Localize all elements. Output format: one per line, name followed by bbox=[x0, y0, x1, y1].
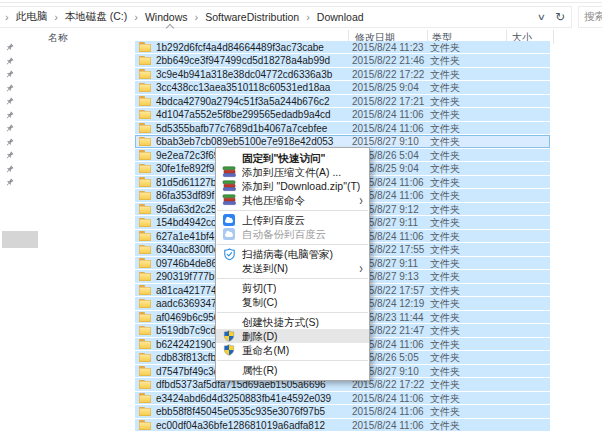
breadcrumb-item[interactable]: Windows bbox=[145, 11, 188, 23]
file-type: 文件夹 bbox=[430, 392, 460, 405]
file-row[interactable]: 3cc438cc13aea3510118c60531ed18aa2015/8/2… bbox=[0, 81, 602, 95]
folder-icon bbox=[139, 231, 151, 241]
menu-item-add-to-archive[interactable]: 添加到压缩文件(A) ... bbox=[216, 165, 369, 179]
pin-icon bbox=[5, 151, 14, 160]
file-name: 2bb649ce3f947499cd5d18278a4ab99d bbox=[156, 54, 330, 67]
file-row[interactable]: ec00df04a36bfe128681019a6adfa8122015/8/2… bbox=[0, 419, 602, 432]
menu-item-copy[interactable]: 复制(C) bbox=[216, 295, 369, 309]
breadcrumb-item[interactable]: 本地磁盘 (C:) bbox=[65, 10, 127, 24]
pin-icon bbox=[5, 70, 14, 79]
file-row[interactable]: 2bb649ce3f947499cd5d18278a4ab99d2015/8/2… bbox=[0, 54, 602, 68]
pin-icon bbox=[5, 84, 14, 93]
menu-item-delete[interactable]: 删除(D) bbox=[216, 329, 369, 343]
menu-item-upload-to-baidu-cloud[interactable]: 上传到百度云 bbox=[216, 213, 369, 227]
file-type: 文件夹 bbox=[430, 338, 460, 351]
file-row[interactable]: e3424abd6d4d3250883fb41e4592e0392015/8/2… bbox=[0, 392, 602, 406]
breadcrumb-separator-icon: › bbox=[195, 11, 199, 23]
file-type: 文件夹 bbox=[430, 257, 460, 270]
file-type: 文件夹 bbox=[430, 108, 460, 121]
menu-item-cut[interactable]: 剪切(T) bbox=[216, 281, 369, 295]
address-dropdown-icon[interactable]: ∨ bbox=[537, 12, 546, 22]
file-row[interactable]: ebb58f8f45045e0535c935e3076f97b52015/8/2… bbox=[0, 405, 602, 419]
folder-icon bbox=[139, 191, 151, 201]
file-name: 3cc438cc13aea3510118c60531ed18aa bbox=[156, 81, 330, 94]
winrar-icon bbox=[222, 180, 236, 192]
folder-icon bbox=[139, 96, 151, 106]
menu-separator bbox=[217, 278, 368, 279]
menu-item-pin-to-quick-access[interactable]: 固定到"快速访问" bbox=[216, 151, 369, 165]
menu-separator bbox=[217, 360, 368, 361]
file-type: 文件夹 bbox=[430, 243, 460, 256]
file-row[interactable]: 4bdca42790a2794c51f3a5a244b676c22015/8/2… bbox=[0, 95, 602, 109]
pc-manager-shield-icon bbox=[223, 248, 236, 261]
folder-icon bbox=[139, 420, 151, 430]
file-type: 文件夹 bbox=[430, 41, 460, 54]
file-name: e3424abd6d4d3250883fb41e4592e039 bbox=[156, 392, 331, 405]
file-row[interactable]: 4d1047a552e5f8be299565edadb9a4cd2015/8/2… bbox=[0, 108, 602, 122]
file-type: 文件夹 bbox=[430, 176, 460, 189]
window-top-border bbox=[0, 2, 602, 3]
menu-item-other-compression-commands[interactable]: 其他压缩命令› bbox=[216, 193, 369, 207]
folder-icon bbox=[139, 339, 151, 349]
menu-item-label: 发送到(N) bbox=[242, 261, 288, 275]
folder-icon bbox=[139, 42, 151, 52]
pin-icon bbox=[5, 178, 14, 187]
folder-icon bbox=[139, 366, 151, 376]
file-type: 文件夹 bbox=[430, 324, 460, 337]
file-row[interactable]: 3c9e4b941a318e38dc04772cd6336a3b2015/8/2… bbox=[0, 68, 602, 82]
file-type: 文件夹 bbox=[430, 203, 460, 216]
submenu-arrow-icon: › bbox=[359, 191, 363, 209]
search-text: 搜索"Do bbox=[584, 10, 602, 24]
menu-item-add-to-download-zip[interactable]: 添加到 "Download.zip"(T) bbox=[216, 179, 369, 193]
file-type: 文件夹 bbox=[430, 162, 460, 175]
file-type: 文件夹 bbox=[430, 311, 460, 324]
file-date: 2015/8/24 11:06 bbox=[352, 122, 424, 135]
menu-separator bbox=[217, 244, 368, 245]
file-date: 2015/8/24 11:06 bbox=[352, 108, 424, 121]
breadcrumb-item[interactable]: 此电脑 bbox=[16, 10, 48, 24]
menu-item-auto-backup-to-baidu-cloud[interactable]: 自动备份到百度云 bbox=[216, 227, 369, 241]
file-date: 2015/8/22 17:21 bbox=[352, 95, 424, 108]
file-type: 文件夹 bbox=[430, 365, 460, 378]
context-menu: 固定到"快速访问"添加到压缩文件(A) ...添加到 "Download.zip… bbox=[215, 147, 370, 381]
search-input[interactable]: 搜索"Do bbox=[578, 6, 602, 28]
file-row[interactable]: 5d5355bafb77c7689d1b4067a7cebfee2015/8/2… bbox=[0, 122, 602, 136]
breadcrumb: 此电脑›本地磁盘 (C:)›Windows›SoftwareDistributi… bbox=[16, 10, 364, 24]
file-type: 文件夹 bbox=[430, 270, 460, 283]
file-type: 文件夹 bbox=[430, 95, 460, 108]
baidu-cloud-icon bbox=[223, 228, 235, 240]
file-type: 文件夹 bbox=[430, 81, 460, 94]
folder-icon bbox=[139, 393, 151, 403]
file-type: 文件夹 bbox=[430, 297, 460, 310]
file-row[interactable]: 1b292d6fcf4a4d84664489f3ac73cabe2015/8/2… bbox=[0, 41, 602, 55]
folder-icon bbox=[139, 164, 151, 174]
uac-shield-icon bbox=[223, 344, 235, 356]
refresh-icon[interactable]: ↻ bbox=[555, 10, 565, 24]
menu-item-scan-virus-pc-manager[interactable]: 扫描病毒(电脑管家) bbox=[216, 247, 369, 261]
explorer-window: › 此电脑›本地磁盘 (C:)›Windows›SoftwareDistribu… bbox=[0, 0, 602, 432]
breadcrumb-item[interactable]: Download bbox=[317, 11, 364, 23]
menu-item-rename[interactable]: 重命名(M) bbox=[216, 343, 369, 357]
folder-icon bbox=[139, 69, 151, 79]
winrar-icon bbox=[222, 166, 236, 178]
file-type: 文件夹 bbox=[430, 351, 460, 364]
folder-icon bbox=[139, 326, 151, 336]
folder-icon bbox=[139, 218, 151, 228]
file-date: 2015/8/22 21:46 bbox=[352, 54, 424, 67]
menu-item-create-shortcut[interactable]: 创建快捷方式(S) bbox=[216, 315, 369, 329]
menu-item-properties[interactable]: 属性(R) bbox=[216, 363, 369, 377]
breadcrumb-separator-icon: › bbox=[306, 11, 310, 23]
folder-icon bbox=[139, 83, 151, 93]
file-type: 文件夹 bbox=[430, 135, 460, 148]
folder-icon bbox=[139, 380, 151, 390]
pin-icon bbox=[5, 138, 14, 147]
breadcrumb-leading-chevron-icon: › bbox=[5, 11, 9, 23]
folder-icon bbox=[139, 407, 151, 417]
pin-icon bbox=[5, 57, 14, 66]
address-bar[interactable]: › 此电脑›本地磁盘 (C:)›Windows›SoftwareDistribu… bbox=[0, 6, 572, 28]
folder-icon bbox=[139, 150, 151, 160]
file-type: 文件夹 bbox=[430, 405, 460, 418]
file-date: 2015/8/25 9:04 bbox=[352, 81, 419, 94]
menu-item-send-to[interactable]: 发送到(N)› bbox=[216, 261, 369, 275]
breadcrumb-item[interactable]: SoftwareDistribution bbox=[205, 11, 299, 23]
